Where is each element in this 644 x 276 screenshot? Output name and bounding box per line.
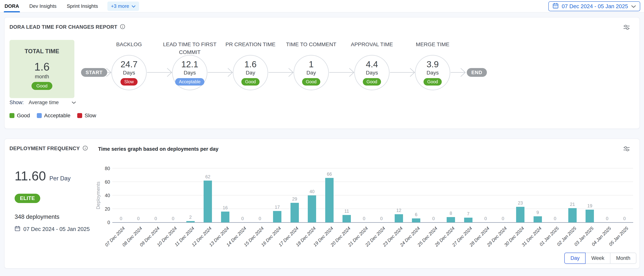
y-tick-0: 0 <box>80 220 110 225</box>
legend-swatch-good <box>10 113 14 118</box>
stage-name-backlog: BACKLOG <box>98 41 160 49</box>
stage-rating-badge: Slow <box>120 78 138 86</box>
tab-sprint-insights[interactable]: Sprint Insights <box>66 0 99 12</box>
bar-value-label: 9 <box>530 210 545 215</box>
bar-value-label: 66 <box>322 172 337 177</box>
info-icon[interactable] <box>82 146 88 152</box>
chart-settings-icon[interactable] <box>623 146 630 153</box>
stage-name-approval-time: APPROVAL TIME <box>340 41 403 49</box>
lead-time-title: DORA LEAD TIME FOR CHANGES REPORT <box>10 24 117 30</box>
bar-value-label: 29 <box>287 196 302 202</box>
gridline-20 <box>112 209 633 209</box>
calendar-icon <box>552 3 558 10</box>
bar-24-dec-2024 <box>412 218 420 222</box>
stage-circle-time-to-comment: 1DayGood <box>294 55 329 90</box>
bar-value-label: 21 <box>565 202 580 207</box>
date-range-picker[interactable]: 07 Dec 2024 - 05 Jan 2025 <box>548 1 640 11</box>
stage-rating-badge: Good <box>424 78 442 86</box>
lead-time-panel: DORA LEAD TIME FOR CHANGES REPORT TOTAL … <box>4 17 640 129</box>
tab-label: Sprint Insights <box>67 3 98 9</box>
y-tick-40: 40 <box>80 193 110 198</box>
total-time-card: TOTAL TIME 1.6 month Good <box>10 40 74 98</box>
chevron-down-icon <box>72 100 76 105</box>
bar-value-label: 0 <box>374 216 389 221</box>
bar-value-label: 23 <box>513 200 528 206</box>
bar-20-dec-2024 <box>342 215 351 222</box>
bar-value-label: 16 <box>218 205 233 210</box>
bar-value-label: 0 <box>478 216 493 221</box>
active-tab-underline <box>4 11 20 12</box>
granularity-day[interactable]: Day <box>564 253 586 264</box>
stage-unit: Days <box>426 70 439 76</box>
bar-17-dec-2024 <box>290 203 299 222</box>
gridline-60 <box>112 182 633 182</box>
y-tick-60: 60 <box>80 179 110 185</box>
tab-dora[interactable]: DORA <box>4 0 20 12</box>
legend-swatch-slow <box>77 113 82 118</box>
bar-value-label: 0 <box>617 216 632 221</box>
bar-30-dec-2024 <box>516 207 524 222</box>
granularity-week[interactable]: Week <box>585 253 610 264</box>
legend-label: Slow <box>85 112 96 119</box>
bar-31-dec-2024 <box>534 216 542 222</box>
pipeline-end-node: END <box>467 68 487 77</box>
bar-value-label: 0 <box>548 216 562 221</box>
stage-value: 3.9 <box>426 60 439 69</box>
stage-unit: Days <box>123 70 135 76</box>
stage-unit: Days <box>184 70 196 76</box>
deployment-title: DEPLOYMENT FREQUENCY <box>10 146 80 152</box>
show-mode-select[interactable]: Average time <box>29 100 76 105</box>
chart-subtitle: Time series graph based on deployments p… <box>98 146 218 152</box>
performance-tier-badge: ELITE <box>14 194 40 203</box>
legend-label: Good <box>17 112 30 119</box>
legend-label: Acceptable <box>44 112 70 119</box>
bar-value-label: 0 <box>235 216 250 221</box>
pipeline-start-node: START <box>81 68 107 77</box>
deployments-bar-chart: 0000262160017294066110012608700239021190… <box>112 168 633 222</box>
date-range-label: 07 Dec 2024 - 05 Jan 2025 <box>562 3 628 10</box>
bar-13-dec-2024 <box>221 212 230 222</box>
top-tab-bar: DORADev InsightsSprint Insights +3 more <box>0 0 644 13</box>
show-label: Show: <box>10 100 24 105</box>
stage-value: 1.6 <box>244 60 256 69</box>
stage-circle-backlog: 24.7DaysSlow <box>112 55 147 90</box>
bar-03-jan-2025 <box>586 210 594 222</box>
total-time-title: TOTAL TIME <box>25 48 60 55</box>
show-mode-value: Average time <box>29 100 59 105</box>
bar-value-label: 0 <box>356 216 372 221</box>
stage-value: 12.1 <box>181 60 198 69</box>
total-time-value: 1.6 <box>34 61 50 72</box>
deployment-date-range: 07 Dec 2024 - 05 Jan 2025 <box>14 226 90 233</box>
chart-settings-icon[interactable] <box>623 24 630 31</box>
stage-circle-pr-creation-time: 1.6DayGood <box>233 55 268 90</box>
bar-value-label: 0 <box>426 216 441 221</box>
total-deployments-label: 348 deployments <box>14 213 60 220</box>
bar-value-label: 11 <box>339 209 354 214</box>
stage-name-pr-creation-time: PR CREATION TIME <box>219 41 282 49</box>
stage-circle-lead-time-to-first-commit: 12.1DaysAcceptable <box>172 55 208 90</box>
bar-18-dec-2024 <box>308 195 316 222</box>
granularity-month[interactable]: Month <box>610 253 636 264</box>
bar-value-label: 0 <box>252 216 268 221</box>
bar-value-label: 17 <box>270 205 285 210</box>
more-tabs-button[interactable]: +3 more <box>108 2 139 11</box>
stage-unit: Days <box>366 70 378 76</box>
bar-value-label: 0 <box>131 216 146 221</box>
more-tabs-label: +3 more <box>111 3 129 9</box>
bar-11-dec-2024 <box>186 221 195 222</box>
bar-26-dec-2024 <box>447 217 455 222</box>
bar-value-label: 0 <box>114 216 129 221</box>
deployment-rate: 11.60 Per Day <box>14 169 70 182</box>
bar-16-dec-2024 <box>273 211 282 222</box>
stage-circle-merge-time: 3.9DaysGood <box>415 55 450 90</box>
y-tick-20: 20 <box>80 206 110 212</box>
bar-value-label: 0 <box>148 216 163 221</box>
stage-value: 1 <box>309 60 314 69</box>
stage-value: 24.7 <box>120 60 138 69</box>
report-tabs: DORADev InsightsSprint Insights <box>4 0 108 12</box>
tab-dev-insights[interactable]: Dev Insights <box>29 0 57 12</box>
bar-value-label: 0 <box>600 216 615 221</box>
bar-19-dec-2024 <box>325 178 334 222</box>
info-icon[interactable] <box>120 24 125 30</box>
tab-label: Dev Insights <box>30 3 56 9</box>
